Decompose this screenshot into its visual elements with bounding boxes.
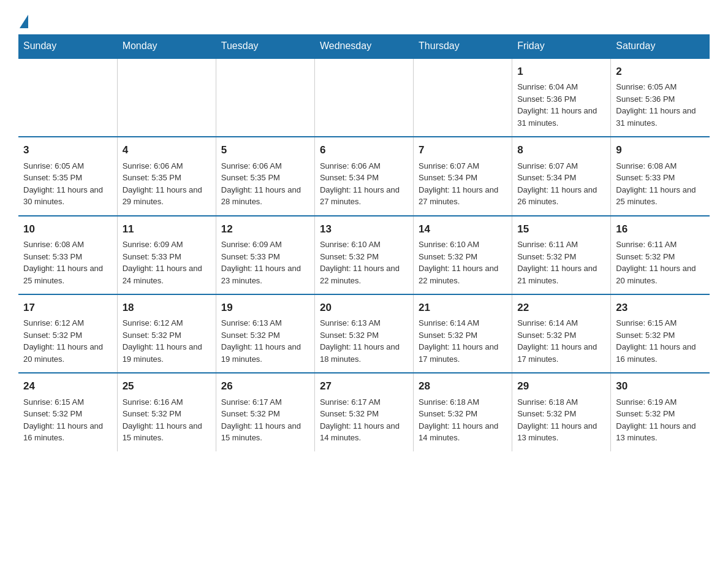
calendar-week-row: 17Sunrise: 6:12 AM Sunset: 5:32 PM Dayli… [18, 294, 710, 373]
weekday-header-friday: Friday [512, 34, 611, 58]
calendar-cell: 2Sunrise: 6:05 AM Sunset: 5:36 PM Daylig… [611, 58, 710, 137]
calendar-cell: 11Sunrise: 6:09 AM Sunset: 5:33 PM Dayli… [117, 216, 216, 294]
day-info: Sunrise: 6:18 AM Sunset: 5:32 PM Dayligh… [419, 396, 507, 444]
calendar-cell: 7Sunrise: 6:07 AM Sunset: 5:34 PM Daylig… [414, 137, 512, 215]
calendar-cell: 23Sunrise: 6:15 AM Sunset: 5:32 PM Dayli… [611, 294, 710, 373]
calendar-cell [314, 58, 413, 137]
day-info: Sunrise: 6:15 AM Sunset: 5:32 PM Dayligh… [616, 317, 705, 365]
weekday-header-thursday: Thursday [414, 34, 512, 58]
day-number: 14 [419, 221, 507, 237]
day-info: Sunrise: 6:05 AM Sunset: 5:35 PM Dayligh… [23, 160, 112, 208]
day-number: 16 [616, 221, 705, 237]
weekday-header-saturday: Saturday [611, 34, 710, 58]
logo-triangle-icon [20, 15, 28, 28]
day-number: 4 [123, 142, 211, 158]
day-info: Sunrise: 6:17 AM Sunset: 5:32 PM Dayligh… [320, 396, 408, 444]
day-number: 12 [221, 221, 309, 237]
weekday-header-row: SundayMondayTuesdayWednesdayThursdayFrid… [18, 34, 710, 58]
day-number: 13 [320, 221, 408, 237]
calendar-cell: 4Sunrise: 6:06 AM Sunset: 5:35 PM Daylig… [117, 137, 216, 215]
calendar-cell: 15Sunrise: 6:11 AM Sunset: 5:32 PM Dayli… [512, 216, 611, 294]
day-number: 6 [320, 142, 408, 158]
weekday-header-tuesday: Tuesday [216, 34, 314, 58]
day-info: Sunrise: 6:17 AM Sunset: 5:32 PM Dayligh… [221, 396, 309, 444]
day-number: 23 [616, 300, 705, 316]
calendar-cell: 6Sunrise: 6:06 AM Sunset: 5:34 PM Daylig… [314, 137, 413, 215]
calendar-cell: 1Sunrise: 6:04 AM Sunset: 5:36 PM Daylig… [512, 58, 611, 137]
weekday-header-wednesday: Wednesday [314, 34, 413, 58]
day-number: 17 [23, 300, 112, 316]
day-number: 15 [517, 221, 605, 237]
calendar-cell: 9Sunrise: 6:08 AM Sunset: 5:33 PM Daylig… [611, 137, 710, 215]
day-number: 9 [616, 142, 705, 158]
day-info: Sunrise: 6:12 AM Sunset: 5:32 PM Dayligh… [123, 317, 211, 365]
day-number: 26 [221, 378, 309, 394]
day-info: Sunrise: 6:10 AM Sunset: 5:32 PM Dayligh… [320, 239, 408, 286]
calendar-cell [18, 58, 117, 137]
calendar-week-row: 3Sunrise: 6:05 AM Sunset: 5:35 PM Daylig… [18, 137, 710, 215]
calendar-cell [414, 58, 512, 137]
calendar-table: SundayMondayTuesdayWednesdayThursdayFrid… [18, 34, 710, 451]
calendar-cell: 22Sunrise: 6:14 AM Sunset: 5:32 PM Dayli… [512, 294, 611, 373]
calendar-cell: 28Sunrise: 6:18 AM Sunset: 5:32 PM Dayli… [414, 373, 512, 451]
calendar-cell: 19Sunrise: 6:13 AM Sunset: 5:32 PM Dayli… [216, 294, 314, 373]
day-info: Sunrise: 6:19 AM Sunset: 5:32 PM Dayligh… [616, 396, 705, 444]
calendar-cell: 10Sunrise: 6:08 AM Sunset: 5:33 PM Dayli… [18, 216, 117, 294]
calendar-cell: 13Sunrise: 6:10 AM Sunset: 5:32 PM Dayli… [314, 216, 413, 294]
day-number: 18 [123, 300, 211, 316]
day-number: 19 [221, 300, 309, 316]
calendar-week-row: 10Sunrise: 6:08 AM Sunset: 5:33 PM Dayli… [18, 216, 710, 294]
day-number: 8 [517, 142, 605, 158]
calendar-cell: 20Sunrise: 6:13 AM Sunset: 5:32 PM Dayli… [314, 294, 413, 373]
day-info: Sunrise: 6:16 AM Sunset: 5:32 PM Dayligh… [123, 396, 211, 444]
weekday-header-sunday: Sunday [18, 34, 117, 58]
day-info: Sunrise: 6:07 AM Sunset: 5:34 PM Dayligh… [419, 160, 507, 208]
calendar-week-row: 1Sunrise: 6:04 AM Sunset: 5:36 PM Daylig… [18, 58, 710, 137]
day-number: 2 [616, 64, 705, 80]
day-number: 3 [23, 142, 112, 158]
day-info: Sunrise: 6:06 AM Sunset: 5:35 PM Dayligh… [221, 160, 309, 208]
calendar-cell [216, 58, 314, 137]
calendar-cell: 12Sunrise: 6:09 AM Sunset: 5:33 PM Dayli… [216, 216, 314, 294]
day-info: Sunrise: 6:08 AM Sunset: 5:33 PM Dayligh… [616, 160, 705, 208]
calendar-cell: 25Sunrise: 6:16 AM Sunset: 5:32 PM Dayli… [117, 373, 216, 451]
calendar-cell: 18Sunrise: 6:12 AM Sunset: 5:32 PM Dayli… [117, 294, 216, 373]
calendar-cell: 27Sunrise: 6:17 AM Sunset: 5:32 PM Dayli… [314, 373, 413, 451]
day-info: Sunrise: 6:12 AM Sunset: 5:32 PM Dayligh… [23, 317, 112, 365]
day-info: Sunrise: 6:10 AM Sunset: 5:32 PM Dayligh… [419, 239, 507, 286]
day-info: Sunrise: 6:13 AM Sunset: 5:32 PM Dayligh… [320, 317, 408, 365]
calendar-cell: 14Sunrise: 6:10 AM Sunset: 5:32 PM Dayli… [414, 216, 512, 294]
day-number: 7 [419, 142, 507, 158]
day-info: Sunrise: 6:06 AM Sunset: 5:35 PM Dayligh… [123, 160, 211, 208]
logo [18, 15, 28, 28]
day-info: Sunrise: 6:14 AM Sunset: 5:32 PM Dayligh… [517, 317, 605, 365]
calendar-cell: 21Sunrise: 6:14 AM Sunset: 5:32 PM Dayli… [414, 294, 512, 373]
day-info: Sunrise: 6:14 AM Sunset: 5:32 PM Dayligh… [419, 317, 507, 365]
day-number: 20 [320, 300, 408, 316]
page-header [18, 15, 710, 28]
day-info: Sunrise: 6:18 AM Sunset: 5:32 PM Dayligh… [517, 396, 605, 444]
day-number: 24 [23, 378, 112, 394]
day-info: Sunrise: 6:05 AM Sunset: 5:36 PM Dayligh… [616, 81, 705, 129]
day-info: Sunrise: 6:15 AM Sunset: 5:32 PM Dayligh… [23, 396, 112, 444]
day-info: Sunrise: 6:06 AM Sunset: 5:34 PM Dayligh… [320, 160, 408, 208]
day-number: 22 [517, 300, 605, 316]
day-info: Sunrise: 6:09 AM Sunset: 5:33 PM Dayligh… [123, 239, 211, 286]
day-info: Sunrise: 6:07 AM Sunset: 5:34 PM Dayligh… [517, 160, 605, 208]
day-number: 30 [616, 378, 705, 394]
calendar-cell: 17Sunrise: 6:12 AM Sunset: 5:32 PM Dayli… [18, 294, 117, 373]
day-number: 10 [23, 221, 112, 237]
day-info: Sunrise: 6:08 AM Sunset: 5:33 PM Dayligh… [23, 239, 112, 286]
day-number: 28 [419, 378, 507, 394]
calendar-week-row: 24Sunrise: 6:15 AM Sunset: 5:32 PM Dayli… [18, 373, 710, 451]
day-info: Sunrise: 6:11 AM Sunset: 5:32 PM Dayligh… [616, 239, 705, 286]
day-info: Sunrise: 6:09 AM Sunset: 5:33 PM Dayligh… [221, 239, 309, 286]
calendar-cell: 29Sunrise: 6:18 AM Sunset: 5:32 PM Dayli… [512, 373, 611, 451]
calendar-cell: 26Sunrise: 6:17 AM Sunset: 5:32 PM Dayli… [216, 373, 314, 451]
day-number: 5 [221, 142, 309, 158]
calendar-cell [117, 58, 216, 137]
day-number: 21 [419, 300, 507, 316]
calendar-cell: 16Sunrise: 6:11 AM Sunset: 5:32 PM Dayli… [611, 216, 710, 294]
calendar-cell: 5Sunrise: 6:06 AM Sunset: 5:35 PM Daylig… [216, 137, 314, 215]
day-number: 29 [517, 378, 605, 394]
